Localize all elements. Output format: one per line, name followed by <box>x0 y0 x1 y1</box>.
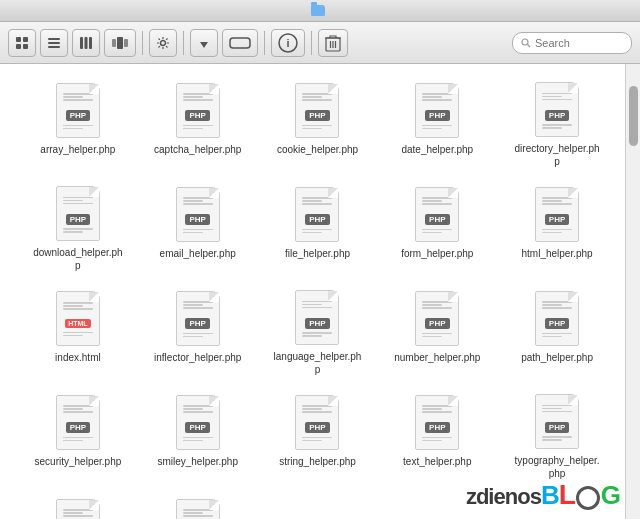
file-lines <box>422 123 452 131</box>
php-file-icon: PHP <box>295 395 339 450</box>
file-line <box>183 99 213 101</box>
file-line <box>63 125 93 127</box>
delete-button[interactable] <box>318 29 348 57</box>
icon-view-button[interactable] <box>8 29 36 57</box>
file-line <box>542 96 562 98</box>
file-item[interactable]: PHP date_helper.php <box>379 74 495 174</box>
file-item[interactable]: PHP url_helper.php <box>20 490 136 519</box>
svg-rect-6 <box>48 46 60 48</box>
svg-rect-3 <box>23 44 28 49</box>
file-line <box>63 96 83 98</box>
file-item[interactable]: PHP smiley_helper.php <box>140 386 256 486</box>
file-line <box>542 411 572 413</box>
file-lines <box>183 508 213 519</box>
file-icon-wrapper: PHP <box>413 288 461 348</box>
file-item[interactable]: PHP inflector_helper.php <box>140 282 256 382</box>
search-icon <box>521 38 531 48</box>
file-item[interactable]: PHP email_helper.php <box>140 178 256 278</box>
file-line <box>302 99 332 101</box>
file-line <box>542 203 572 205</box>
php-file-icon: PHP <box>176 83 220 138</box>
file-line <box>542 405 572 407</box>
php-badge: PHP <box>305 318 329 329</box>
file-line <box>183 93 213 95</box>
file-icon-wrapper: PHP <box>413 392 461 452</box>
svg-rect-8 <box>85 37 88 49</box>
file-item[interactable]: PHP path_helper.php <box>499 282 615 382</box>
file-line <box>302 405 332 407</box>
file-name: email_helper.php <box>160 247 236 260</box>
file-line <box>542 408 562 410</box>
file-line <box>183 301 213 303</box>
file-item[interactable]: PHP xml_helper.php <box>140 490 256 519</box>
php-file-icon: PHP <box>535 291 579 346</box>
toolbar: i <box>0 22 640 64</box>
column-view-button[interactable] <box>72 29 100 57</box>
search-input[interactable] <box>535 37 615 49</box>
info-icon: i <box>278 33 298 53</box>
file-line <box>183 440 203 442</box>
php-badge: PHP <box>66 214 90 225</box>
file-line <box>542 99 572 101</box>
cover-flow-button[interactable] <box>104 29 136 57</box>
php-badge: PHP <box>305 422 329 433</box>
separator-3 <box>264 31 265 55</box>
file-line <box>302 232 322 234</box>
search-box[interactable] <box>512 32 632 54</box>
file-line <box>542 301 572 303</box>
file-icon-wrapper: PHP <box>174 80 222 140</box>
file-item[interactable]: PHP form_helper.php <box>379 178 495 278</box>
file-lines <box>302 92 332 103</box>
info-button[interactable]: i <box>271 29 305 57</box>
file-name: language_helper.php <box>272 350 362 376</box>
file-lines <box>63 330 93 338</box>
file-item[interactable]: PHP captcha_helper.php <box>140 74 256 174</box>
settings-button[interactable] <box>149 29 177 57</box>
list-view-button[interactable] <box>40 29 68 57</box>
file-line <box>422 232 442 234</box>
file-item[interactable]: PHP download_helper.php <box>20 178 136 278</box>
file-item[interactable]: PHP html_helper.php <box>499 178 615 278</box>
file-line <box>183 96 203 98</box>
list-icon <box>47 36 61 50</box>
back-button[interactable] <box>190 29 218 57</box>
scrollbar-thumb[interactable] <box>629 86 638 146</box>
vertical-scrollbar[interactable] <box>625 64 640 519</box>
file-lines <box>63 435 93 443</box>
forward-button[interactable] <box>222 29 258 57</box>
file-item[interactable]: PHP string_helper.php <box>260 386 376 486</box>
file-line <box>63 200 83 202</box>
file-line <box>183 515 213 517</box>
svg-rect-4 <box>48 38 60 40</box>
file-item[interactable]: PHP cookie_helper.php <box>260 74 376 174</box>
file-name: directory_helper.php <box>512 142 602 168</box>
file-item[interactable]: PHP file_helper.php <box>260 178 376 278</box>
file-item[interactable]: PHP typography_helper.php <box>499 386 615 486</box>
file-lines <box>183 331 213 339</box>
file-item[interactable]: HTML index.html <box>20 282 136 382</box>
file-lines <box>63 92 93 103</box>
file-item[interactable]: PHP array_helper.php <box>20 74 136 174</box>
file-lines <box>422 435 452 443</box>
file-item[interactable]: PHP language_helper.php <box>260 282 376 382</box>
file-lines <box>422 92 452 103</box>
php-file-icon: PHP <box>176 499 220 520</box>
file-item[interactable]: PHP security_helper.php <box>20 386 136 486</box>
php-badge: PHP <box>545 110 569 121</box>
php-file-icon: PHP <box>535 394 579 449</box>
file-name: number_helper.php <box>394 351 480 364</box>
file-lines <box>302 299 332 310</box>
file-line <box>542 229 572 231</box>
file-line <box>63 231 83 233</box>
file-lines <box>63 123 93 131</box>
file-line <box>422 200 442 202</box>
file-line <box>63 228 93 230</box>
file-name: index.html <box>55 351 101 364</box>
file-item[interactable]: PHP number_helper.php <box>379 282 495 382</box>
file-item[interactable]: PHP text_helper.php <box>379 386 495 486</box>
column-icon <box>79 36 93 50</box>
file-line <box>542 436 572 438</box>
file-item[interactable]: PHP directory_helper.php <box>499 74 615 174</box>
file-line <box>302 332 332 334</box>
watermark-d: d <box>476 484 488 509</box>
